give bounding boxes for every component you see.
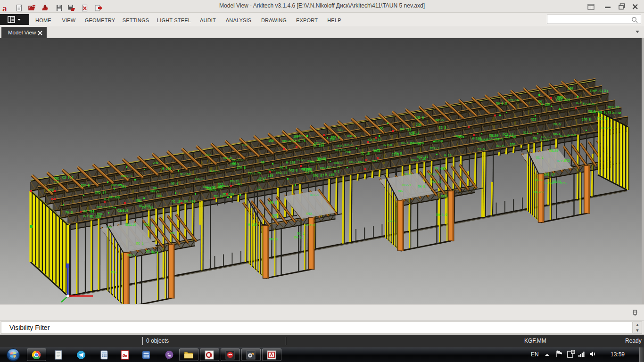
svg-text:Н-150: Н-150 (325, 173, 335, 177)
svg-text:150: 150 (242, 144, 248, 147)
svg-text:ПФ2-5: ПФ2-5 (435, 119, 444, 122)
svg-text:2ПФ-5: 2ПФ-5 (81, 184, 90, 188)
svg-text:С2-5.: С2-5. (195, 178, 205, 181)
svg-text:С2-: С2- (257, 188, 263, 191)
svg-text:ПФ-455: ПФ-455 (533, 191, 545, 194)
svg-text:2ПФ-5: 2ПФ-5 (220, 185, 229, 188)
svg-text:ПФ2-5: ПФ2-5 (289, 169, 298, 173)
svg-text:С2-: С2- (338, 129, 343, 132)
svg-text:150-5.: 150-5. (456, 135, 467, 138)
svg-text:ПН-: ПН- (533, 137, 539, 140)
svg-text:ПВ1: ПВ1 (121, 185, 126, 189)
svg-text:Н-15: Н-15 (419, 157, 426, 161)
svg-text:ПВ150: ПВ150 (434, 140, 443, 143)
svg-text:Н-150: Н-150 (541, 103, 550, 107)
svg-text:ПФ-4: ПФ-4 (280, 166, 287, 170)
svg-text:150: 150 (268, 140, 274, 143)
svg-text:2ПФ-5: 2ПФ-5 (582, 118, 591, 122)
svg-text:2ПФ-5: 2ПФ-5 (415, 116, 424, 120)
svg-text:ПФ-: ПФ- (237, 183, 242, 186)
svg-text:ПВ150: ПВ150 (111, 184, 120, 187)
svg-text:ПФ-455: ПФ-455 (435, 167, 446, 171)
svg-text:ПС-: ПС- (380, 127, 385, 131)
svg-text:ПФ2-5: ПФ2-5 (150, 190, 159, 193)
svg-text:ПН-5: ПН-5 (66, 211, 73, 214)
svg-text:Н-150: Н-150 (162, 167, 172, 171)
svg-text:ПС-150: ПС-150 (180, 173, 191, 176)
svg-text:ПС-15: ПС-15 (230, 180, 239, 183)
svg-text:ПС2-1: ПС2-1 (409, 132, 418, 136)
svg-text:ПС-150: ПС-150 (223, 193, 234, 197)
svg-text:ПФ2-5: ПФ2-5 (119, 210, 128, 213)
svg-text:ПС2-16: ПС2-16 (125, 223, 136, 227)
svg-text:150: 150 (205, 154, 211, 157)
svg-text:ПС2-: ПС2- (531, 118, 538, 122)
svg-text:ПС2-: ПС2- (441, 195, 449, 198)
svg-text:ПН-5: ПН-5 (268, 169, 275, 172)
svg-text:ПФ-: ПФ- (398, 190, 404, 193)
svg-text:С2-5: С2-5 (392, 153, 399, 156)
svg-text:ПФ2-: ПФ2- (306, 213, 314, 216)
svg-text:ПН-5.: ПН-5. (294, 236, 304, 239)
svg-text:ПФ2-5: ПФ2-5 (269, 238, 278, 241)
svg-text:ПФ-455: ПФ-455 (400, 128, 412, 132)
svg-text:ПН-5: ПН-5 (127, 254, 135, 257)
svg-text:ПФ-455: ПФ-455 (142, 206, 154, 210)
svg-text:С2-5: С2-5 (107, 206, 114, 209)
svg-text:150-: 150- (330, 138, 337, 141)
svg-text:ПН-5.0: ПН-5.0 (436, 214, 447, 217)
svg-text:Н-150: Н-150 (472, 137, 481, 140)
svg-text:ПС2-: ПС2- (337, 145, 344, 148)
svg-text:ПН-5.: ПН-5. (151, 251, 160, 255)
svg-text:Н-150: Н-150 (567, 134, 576, 137)
svg-text:Н-1: Н-1 (334, 170, 339, 173)
svg-text:2ПФ-5: 2ПФ-5 (317, 158, 327, 162)
svg-text:ПФ-4: ПФ-4 (171, 182, 178, 186)
svg-text:Н-150: Н-150 (576, 102, 586, 105)
svg-text:Н-15: Н-15 (372, 160, 380, 163)
svg-text:ПС2-1: ПС2-1 (310, 194, 319, 197)
svg-text:150-5.: 150-5. (268, 201, 279, 205)
svg-text:ПС2-16: ПС2-16 (430, 181, 442, 184)
svg-text:ПС2-: ПС2- (411, 159, 419, 162)
svg-text:220И: 220И (612, 111, 621, 115)
svg-text:150: 150 (54, 181, 59, 184)
svg-text:С2-5.: С2-5. (478, 148, 487, 151)
svg-text:ПС2-16: ПС2-16 (505, 135, 516, 139)
svg-text:150-: 150- (568, 87, 575, 90)
svg-text:Н-150: Н-150 (286, 161, 296, 165)
svg-text:С2-5.75: С2-5.75 (248, 172, 261, 175)
svg-text:a: a (2, 4, 7, 12)
svg-text:ПН-5.: ПН-5. (418, 185, 427, 189)
svg-text:ПС-1: ПС-1 (536, 156, 544, 160)
svg-text:ПВ1: ПВ1 (157, 195, 162, 198)
svg-text:ПС-15: ПС-15 (496, 145, 505, 148)
svg-text:ПС2-1: ПС2-1 (523, 132, 532, 135)
svg-text:ПС-1: ПС-1 (136, 242, 144, 246)
svg-text:ПНР-5(3): ПНР-5(3) (590, 89, 608, 93)
svg-text:Н-15: Н-15 (444, 154, 452, 157)
svg-text:ПВ1: ПВ1 (170, 232, 176, 235)
svg-text:ПФ2-5: ПФ2-5 (358, 161, 368, 164)
svg-text:2ПФ: 2ПФ (416, 123, 421, 127)
svg-text:ПС2-1: ПС2-1 (206, 187, 215, 190)
svg-text:ПФ-: ПФ- (153, 187, 158, 190)
svg-text:ПФ-455: ПФ-455 (410, 142, 421, 146)
svg-text:С2-5.75: С2-5.75 (368, 139, 381, 142)
svg-text:ПН-: ПН- (111, 271, 117, 274)
svg-text:ПС2-1: ПС2-1 (402, 184, 412, 187)
svg-text:ПФ2-57: ПФ2-57 (121, 175, 132, 178)
svg-text:150-: 150- (487, 138, 495, 141)
svg-text:ПС2-1: ПС2-1 (430, 147, 439, 150)
svg-text:2ПФ: 2ПФ (153, 162, 158, 165)
svg-text:ПФ2-5: ПФ2-5 (320, 167, 330, 170)
svg-text:ПС2-16: ПС2-16 (608, 106, 619, 109)
svg-text:ПФ2-150: ПФ2-150 (556, 98, 570, 102)
svg-text:ПН-: ПН- (272, 216, 277, 219)
svg-text:ПС-150: ПС-150 (232, 159, 244, 162)
svg-text:ПФ2-57: ПФ2-57 (313, 174, 324, 178)
svg-text:ПФ2-57: ПФ2-57 (282, 140, 293, 143)
svg-text:ПС-1: ПС-1 (297, 232, 305, 236)
svg-text:ПС2-1: ПС2-1 (97, 206, 106, 209)
svg-text:ПФ2-57: ПФ2-57 (276, 172, 288, 175)
